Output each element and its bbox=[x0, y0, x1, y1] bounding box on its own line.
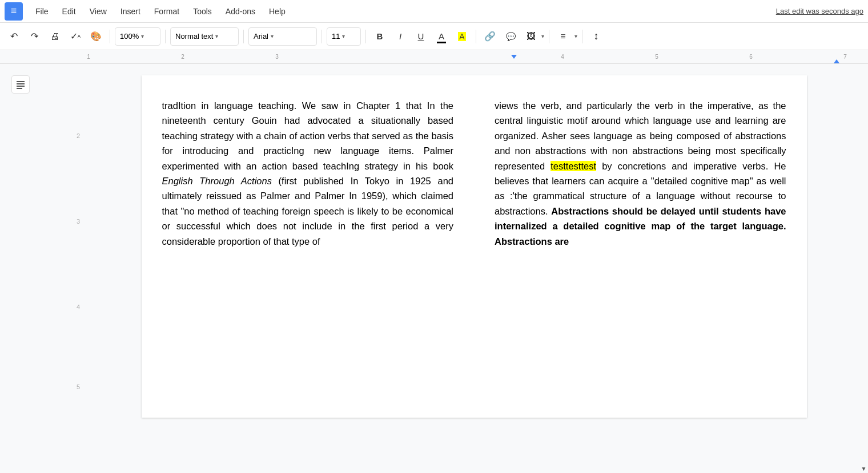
color-indicator bbox=[437, 42, 446, 43]
text-color-button[interactable]: A bbox=[432, 27, 451, 46]
font-size-chevron: ▾ bbox=[342, 33, 345, 39]
font-select[interactable]: Arial ▾ bbox=[248, 27, 317, 46]
app-icon: ≡ bbox=[5, 2, 23, 21]
divider-1 bbox=[110, 30, 110, 43]
right-column-text: views the verb, and particularly the ver… bbox=[495, 98, 786, 249]
toolbar: ↶ ↷ 🖨 ✓A 🎨 100% ▾ Normal text ▾ Arial ▾ … bbox=[0, 23, 868, 50]
line-spacing-button[interactable]: ↕ bbox=[587, 27, 605, 46]
ruler-mark-4r: 4 bbox=[561, 54, 564, 60]
ruler-mark-5: 5 bbox=[655, 54, 658, 60]
ruler-mark-3: 3 bbox=[275, 54, 279, 60]
italic-button[interactable]: I bbox=[391, 27, 409, 46]
ruler: 1 2 3 4 5 6 7 bbox=[0, 50, 868, 64]
font-chevron: ▾ bbox=[271, 33, 274, 39]
menu-format[interactable]: Format bbox=[148, 5, 185, 18]
undo-button[interactable]: ↶ bbox=[5, 27, 23, 46]
divider-7 bbox=[549, 30, 549, 43]
document-page: tradItion in language teaching. We saw i… bbox=[142, 75, 807, 418]
line-number-2: 2 bbox=[77, 132, 80, 139]
image-chevron[interactable]: ▾ bbox=[541, 33, 544, 39]
align-button[interactable]: ≡ bbox=[554, 27, 572, 46]
highlight-color-button[interactable]: A bbox=[453, 27, 471, 46]
line-number-4: 4 bbox=[77, 304, 80, 310]
underline-button[interactable]: U bbox=[412, 27, 430, 46]
ruler-mark-2: 2 bbox=[181, 54, 184, 60]
redo-button[interactable]: ↷ bbox=[25, 27, 43, 46]
menu-file[interactable]: File bbox=[30, 5, 54, 18]
menu-view[interactable]: View bbox=[84, 5, 112, 18]
right-column[interactable]: views the verb, and particularly the ver… bbox=[474, 75, 807, 418]
print-button[interactable]: 🖨 bbox=[46, 27, 64, 46]
ruler-content: 1 2 3 4 5 6 7 bbox=[0, 50, 868, 63]
bold-button[interactable]: B bbox=[371, 27, 389, 46]
menu-bar: ≡ File Edit View Insert Format Tools Add… bbox=[0, 0, 868, 23]
divider-8 bbox=[582, 30, 582, 43]
spellcheck-button[interactable]: ✓A bbox=[66, 27, 85, 46]
book-title-italic: English Through Actions bbox=[162, 176, 272, 186]
left-column-text: tradItion in language teaching. We saw i… bbox=[162, 98, 454, 249]
line-number-3: 3 bbox=[77, 218, 80, 225]
ruler-triangle-indicator bbox=[511, 55, 517, 59]
left-column[interactable]: tradItion in language teaching. We saw i… bbox=[142, 75, 475, 418]
svg-rect-0 bbox=[17, 81, 25, 82]
style-select[interactable]: Normal text ▾ bbox=[170, 27, 239, 46]
menu-help[interactable]: Help bbox=[263, 5, 291, 18]
scroll-down-arrow[interactable]: ▼ bbox=[859, 464, 868, 473]
zoom-chevron: ▾ bbox=[141, 33, 144, 39]
divider-4 bbox=[322, 30, 322, 43]
menu-addons[interactable]: Add-ons bbox=[220, 5, 261, 18]
highlighted-word: testtesttest bbox=[550, 161, 596, 171]
svg-rect-2 bbox=[17, 86, 25, 87]
font-size-select[interactable]: 11 ▾ bbox=[327, 27, 361, 46]
align-chevron[interactable]: ▾ bbox=[574, 33, 577, 39]
menu-insert[interactable]: Insert bbox=[115, 5, 146, 18]
menu-tools[interactable]: Tools bbox=[187, 5, 218, 18]
ruler-triangle-right bbox=[834, 59, 839, 63]
paint-format-button[interactable]: 🎨 bbox=[87, 27, 105, 46]
ruler-mark-6: 6 bbox=[749, 54, 753, 60]
zoom-select[interactable]: 100% ▾ bbox=[115, 27, 160, 46]
pages-container[interactable]: tradItion in language teaching. We saw i… bbox=[89, 64, 859, 473]
style-chevron: ▾ bbox=[215, 33, 218, 39]
link-button[interactable]: 🔗 bbox=[481, 27, 499, 46]
image-button[interactable]: 🖼 bbox=[522, 27, 540, 46]
divider-2 bbox=[165, 30, 166, 43]
divider-5 bbox=[365, 30, 366, 43]
svg-rect-3 bbox=[17, 88, 22, 89]
ruler-mark-1: 1 bbox=[87, 54, 90, 60]
outline-icon[interactable] bbox=[11, 75, 30, 94]
right-gutter: ▼ bbox=[859, 64, 868, 473]
last-edit-status[interactable]: Last edit was seconds ago bbox=[776, 7, 863, 15]
menu-edit[interactable]: Edit bbox=[57, 5, 82, 18]
left-gutter: 2 3 4 5 bbox=[0, 64, 89, 473]
comment-button[interactable]: 💬 bbox=[501, 27, 520, 46]
divider-3 bbox=[243, 30, 244, 43]
ruler-mark-7: 7 bbox=[843, 54, 847, 60]
svg-rect-1 bbox=[17, 83, 25, 84]
divider-6 bbox=[476, 30, 476, 43]
line-number-5: 5 bbox=[77, 383, 80, 390]
document-area: 2 3 4 5 tradItion in language teaching. … bbox=[0, 64, 868, 473]
